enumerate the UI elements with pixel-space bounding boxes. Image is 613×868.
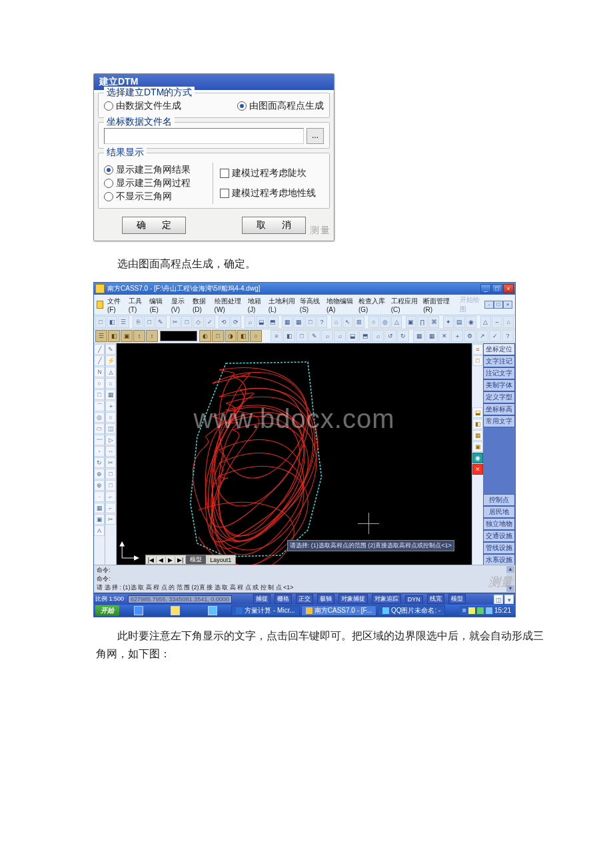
draw-polyline-icon[interactable]: Ｎ: [94, 367, 105, 377]
layer-icon[interactable]: ☰: [95, 330, 107, 342]
modify-icon[interactable]: □: [105, 480, 116, 491]
toolbar-icon[interactable]: ◧: [283, 330, 295, 342]
file-path-input[interactable]: [104, 128, 304, 144]
toolbar-icon[interactable]: ✕: [438, 330, 450, 342]
toolbar-icon[interactable]: ⌢: [492, 316, 502, 328]
draw-hatch-icon[interactable]: ▦: [94, 503, 105, 513]
check-terrain-line[interactable]: 建模过程考虑地性线: [220, 187, 324, 199]
toolbar-icon[interactable]: ▤: [454, 316, 465, 328]
toolbar-icon[interactable]: ▦: [282, 316, 293, 328]
toolbar-icon[interactable]: ⚙: [464, 330, 476, 342]
toolbar-icon[interactable]: ◧: [107, 316, 117, 328]
tab-nav-last[interactable]: ▶|: [175, 557, 186, 563]
toolbar-icon[interactable]: ⌂: [331, 316, 342, 328]
toolbar-icon[interactable]: ✂: [170, 316, 181, 328]
panel-btn-coord[interactable]: 坐标定位: [483, 343, 515, 355]
modify-icon[interactable]: ✂: [105, 457, 116, 468]
menu-terrain[interactable]: 地籍(J): [248, 297, 265, 313]
tab-nav-prev[interactable]: ◀: [157, 557, 166, 563]
draw-line-icon[interactable]: ╱: [94, 344, 105, 355]
scroll-up-icon[interactable]: ▲: [506, 566, 514, 573]
modify-icon[interactable]: ○: [105, 412, 116, 423]
toolbar-icon[interactable]: ◉: [466, 316, 476, 328]
quicklaunch-icon[interactable]: [208, 606, 217, 615]
toolbar-icon[interactable]: △: [480, 316, 491, 328]
menu-data[interactable]: 数据(D): [193, 297, 211, 313]
layer-icon[interactable]: ◧: [108, 330, 120, 342]
layer-icon[interactable]: ↕: [133, 330, 145, 342]
modify-icon[interactable]: ＋: [105, 401, 116, 411]
prop-close-icon[interactable]: ✕: [472, 464, 483, 475]
panel-btn-r5[interactable]: 管线设施: [483, 542, 515, 554]
draw-line-icon[interactable]: ╱: [94, 355, 105, 366]
status-snap[interactable]: 捕捉: [253, 594, 271, 604]
prop-icon[interactable]: ▣: [472, 441, 483, 452]
toolbar-icon[interactable]: □: [95, 316, 106, 328]
cmd-input-line[interactable]: 请 选 择 : (1)选 取 高 程 点 的 范 围 (2)直 接 选 取 高 …: [95, 583, 514, 592]
toolbar-icon[interactable]: ⌕: [334, 330, 346, 342]
taskbar-item-qq[interactable]: QQ图片未命名: -: [378, 605, 445, 616]
prop-icon[interactable]: ◉: [472, 453, 483, 463]
toolbar-icon[interactable]: ◇: [193, 316, 203, 328]
toolbar-icon[interactable]: ↻: [397, 330, 409, 342]
radio-from-points[interactable]: 由图面高程点生成: [237, 100, 324, 112]
quicklaunch-icon[interactable]: [134, 606, 143, 615]
menu-contour[interactable]: 等高线(S): [300, 297, 322, 313]
cancel-button[interactable]: 取 消: [242, 217, 306, 234]
taskbar-item-cass[interactable]: 南方CASS7.0 - [F...: [301, 605, 376, 616]
tab-nav-first[interactable]: |◀: [146, 557, 157, 563]
tray-expand-icon[interactable]: ≡: [462, 606, 466, 615]
browse-button[interactable]: ...: [306, 128, 324, 144]
layer-icon[interactable]: ◐: [199, 330, 211, 342]
draw-icon[interactable]: ◎: [94, 412, 105, 423]
draw-icon[interactable]: ▣: [94, 514, 105, 525]
drawing-canvas[interactable]: www.bdocx.com 请选择: (1)选取高程点的范围 (2)直接选取高程…: [117, 343, 472, 565]
draw-text-icon[interactable]: A: [94, 525, 105, 536]
prop-icon[interactable]: ⬓: [472, 407, 483, 418]
toolbar-icon[interactable]: ≡: [271, 330, 283, 342]
status-ortho[interactable]: 正交: [296, 594, 313, 604]
draw-circle-icon[interactable]: ○: [94, 378, 105, 389]
toolbar-icon[interactable]: ▣: [406, 316, 416, 328]
toolbar-icon[interactable]: ∏: [417, 316, 428, 328]
toolbar-icon[interactable]: ☰: [118, 316, 129, 328]
panel-btn-style[interactable]: 定义字型: [483, 391, 515, 403]
toolbar-icon[interactable]: ⬒: [359, 330, 371, 342]
toolbar-icon[interactable]: □: [305, 316, 316, 328]
command-area[interactable]: 命令: 命令: 请 选 择 : (1)选 取 高 程 点 的 范 围 (2)直 …: [94, 565, 515, 593]
quicklaunch-icon[interactable]: [171, 606, 180, 615]
draw-rect-icon[interactable]: □: [94, 389, 105, 400]
toolbar-icon[interactable]: △: [391, 316, 402, 328]
tab-layout1[interactable]: Layout1: [206, 557, 235, 563]
modify-icon[interactable]: ↔: [105, 446, 116, 457]
menu-check[interactable]: 检查入库(G): [358, 297, 387, 313]
menu-tool[interactable]: 工具(T): [129, 297, 146, 313]
draw-icon[interactable]: ↻: [94, 457, 105, 468]
tray-icon[interactable]: [468, 607, 475, 614]
toolbar-icon[interactable]: ⌂: [503, 316, 514, 328]
toolbar-icon[interactable]: ⌕: [245, 316, 255, 328]
mdi-close[interactable]: ×: [503, 301, 512, 309]
check-slope[interactable]: 建模过程考虑陡坎: [220, 167, 324, 179]
menu-plot[interactable]: 绘图处理(W): [215, 297, 244, 313]
toolbar-icon[interactable]: ⬓: [346, 330, 358, 342]
toolbar-icon[interactable]: ?: [316, 316, 327, 328]
modify-icon[interactable]: ⌐: [105, 503, 116, 513]
maximize-button[interactable]: □: [492, 284, 502, 293]
toolbar-icon[interactable]: ✓: [489, 330, 501, 342]
tray-icon[interactable]: [477, 607, 484, 614]
toolbar-icon[interactable]: ⎘: [133, 316, 143, 328]
toolbar-icon[interactable]: ?: [502, 330, 514, 342]
toolbar-icon[interactable]: ⌕: [321, 330, 333, 342]
status-dyn[interactable]: DYN: [405, 595, 423, 603]
toolbar-icon[interactable]: ▦: [426, 330, 438, 342]
toolbar-icon[interactable]: □: [296, 330, 308, 342]
toolbar-icon[interactable]: ⟳: [231, 316, 241, 328]
modify-icon[interactable]: □: [105, 469, 116, 479]
layer-icon[interactable]: ○: [250, 330, 262, 342]
ok-button[interactable]: 确 定: [122, 217, 186, 234]
panel-btn-freq[interactable]: 常用文字: [483, 415, 515, 427]
toolbar-icon[interactable]: □: [181, 316, 192, 328]
status-otrack[interactable]: 对象追踪: [372, 594, 401, 604]
menu-section[interactable]: 断面管理(R): [423, 297, 451, 313]
